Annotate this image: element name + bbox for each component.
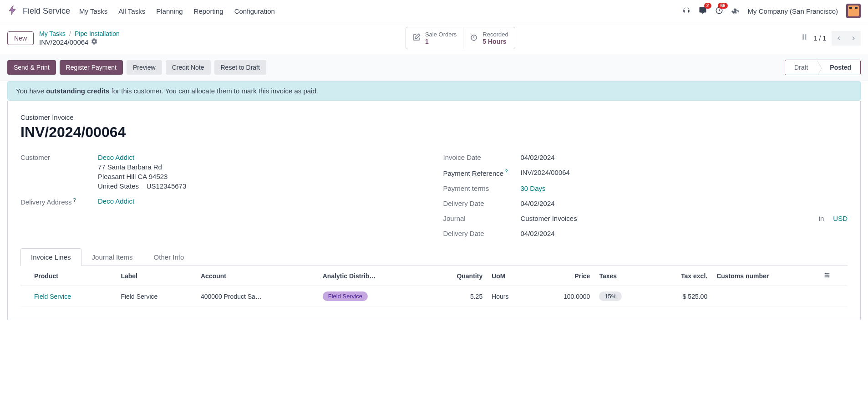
fields-right: Invoice Date 04/02/2024 Payment Referenc…	[443, 153, 848, 237]
th-taxes[interactable]: Taxes	[594, 266, 650, 286]
status-draft[interactable]: Draft	[785, 60, 817, 75]
user-avatar[interactable]	[846, 4, 861, 18]
cell-customs[interactable]	[712, 286, 819, 307]
invoice-date-label: Invoice Date	[443, 153, 512, 161]
journal-label: Journal	[443, 215, 512, 222]
status-posted[interactable]: Posted	[817, 60, 860, 75]
send-print-button[interactable]: Send & Print	[7, 60, 56, 75]
stat-sale-orders-label: Sale Orders	[425, 31, 457, 38]
customer-link[interactable]: Deco Addict	[98, 153, 134, 161]
tab-invoice-lines[interactable]: Invoice Lines	[20, 248, 81, 266]
journal-currency[interactable]: USD	[833, 215, 848, 222]
cell-price[interactable]: 100.0000	[533, 286, 594, 307]
register-payment-button[interactable]: Register Payment	[60, 60, 123, 75]
th-quantity[interactable]: Quantity	[426, 266, 487, 286]
cell-quantity[interactable]: 5.25	[426, 286, 487, 307]
top-navbar: Field Service My Tasks All Tasks Plannin…	[0, 0, 868, 22]
gear-icon[interactable]	[91, 38, 97, 46]
customer-label: Customer	[20, 153, 89, 161]
help-icon[interactable]: ?	[503, 169, 508, 174]
journal-value: Customer Invoices	[521, 215, 810, 222]
th-account[interactable]: Account	[196, 266, 318, 286]
app-logo[interactable]: Field Service	[7, 5, 70, 18]
invoice-date-value: 04/02/2024	[521, 153, 848, 161]
alert-prefix: You have	[16, 87, 46, 95]
customer-value: Deco Addict 77 Santa Barbara Rd Pleasant…	[98, 153, 425, 190]
clock-badge: 66	[718, 3, 727, 9]
alert-outstanding-credits[interactable]: You have outstanding credits for this cu…	[7, 81, 861, 101]
address-street: 77 Santa Barbara Rd	[98, 163, 425, 171]
payment-terms-link[interactable]: 30 Days	[521, 184, 546, 192]
nav-reporting[interactable]: Reporting	[194, 7, 223, 15]
pager-area: 1 / 1	[801, 31, 861, 46]
invoice-lines-table: Product Label Account Analytic Distrib… …	[20, 266, 848, 307]
stat-recorded-label: Recorded	[482, 31, 508, 38]
th-price[interactable]: Price	[533, 266, 594, 286]
tab-other-info[interactable]: Other Info	[143, 248, 195, 266]
cell-product[interactable]: Field Service	[34, 293, 71, 300]
notebook-tabs: Invoice Lines Journal Items Other Info	[20, 248, 848, 266]
app-name: Field Service	[23, 6, 70, 16]
clock-icon[interactable]: 66	[715, 6, 723, 16]
nav-planning[interactable]: Planning	[156, 7, 183, 15]
breadcrumb-sep: /	[69, 30, 71, 37]
pager-next[interactable]	[846, 31, 861, 46]
action-bar: Send & Print Register Payment Preview Cr…	[0, 54, 868, 81]
chat-badge: 2	[704, 3, 711, 9]
stat-recorded[interactable]: Recorded 5 Hours	[463, 27, 514, 49]
preview-button[interactable]: Preview	[127, 60, 162, 75]
doc-type-label: Customer Invoice	[20, 113, 848, 121]
payment-terms-label: Payment terms	[443, 184, 512, 192]
credit-note-button[interactable]: Credit Note	[166, 60, 211, 75]
cell-taxes-tag[interactable]: 15%	[599, 291, 622, 301]
th-product[interactable]: Product	[20, 266, 116, 286]
delivery-date2-label: Delivery Date	[443, 230, 512, 237]
fields-left: Customer Deco Addict 77 Santa Barbara Rd…	[20, 153, 425, 237]
fields-grid: Customer Deco Addict 77 Santa Barbara Rd…	[20, 153, 848, 237]
stat-sale-orders[interactable]: Sale Orders 1	[406, 27, 463, 49]
reset-draft-button[interactable]: Reset to Draft	[214, 60, 266, 75]
delivery-address-link[interactable]: Deco Addict	[98, 197, 134, 205]
th-settings[interactable]	[819, 266, 848, 286]
tools-icon[interactable]	[731, 6, 740, 16]
th-customs[interactable]: Customs number	[712, 266, 819, 286]
th-tax-excl[interactable]: Tax excl.	[650, 266, 712, 286]
nav-configuration[interactable]: Configuration	[234, 7, 275, 15]
nav-links: My Tasks All Tasks Planning Reporting Co…	[79, 7, 275, 15]
address-city: Pleasant Hill CA 94523	[98, 173, 425, 180]
status-indicator: Draft Posted	[785, 60, 861, 75]
pager-text: 1 / 1	[814, 35, 826, 42]
table-row[interactable]: Field Service Field Service 400000 Produ…	[20, 286, 848, 307]
pager-prev[interactable]	[832, 31, 846, 46]
help-icon[interactable]: ?	[72, 197, 76, 203]
doc-number: INV/2024/00064	[20, 124, 848, 141]
breadcrumb-pipe-installation[interactable]: Pipe Installation	[75, 30, 120, 37]
cell-tax-excl: $ 525.00	[650, 286, 712, 307]
chat-icon[interactable]: 2	[699, 6, 707, 16]
new-button[interactable]: New	[7, 31, 34, 45]
cell-analytic-tag[interactable]: Field Service	[323, 291, 368, 301]
company-selector[interactable]: My Company (San Francisco)	[748, 7, 838, 15]
th-analytic[interactable]: Analytic Distrib…	[318, 266, 426, 286]
headset-icon[interactable]	[682, 6, 690, 16]
breadcrumb-my-tasks[interactable]: My Tasks	[39, 30, 66, 37]
payment-ref-value[interactable]: INV/2024/00064	[521, 169, 848, 176]
nav-my-tasks[interactable]: My Tasks	[79, 7, 107, 15]
tab-journal-items[interactable]: Journal Items	[81, 248, 143, 266]
address-country: United States – US12345673	[98, 182, 425, 190]
th-label[interactable]: Label	[116, 266, 196, 286]
table-header-row: Product Label Account Analytic Distrib… …	[20, 266, 848, 286]
nav-all-tasks[interactable]: All Tasks	[118, 7, 145, 15]
edit-icon	[412, 33, 421, 43]
cell-label[interactable]: Field Service	[116, 286, 196, 307]
form-sheet: Customer Invoice INV/2024/00064 Customer…	[7, 101, 861, 320]
bookmark-icon[interactable]	[801, 33, 808, 43]
delivery-date2-value: 04/02/2024	[521, 230, 848, 237]
breadcrumb-current: INV/2024/00064	[39, 38, 88, 46]
stat-sale-orders-value: 1	[425, 38, 457, 45]
cell-account[interactable]: 400000 Product Sa…	[196, 286, 318, 307]
timer-icon	[470, 33, 478, 43]
cell-uom[interactable]: Hours	[487, 286, 533, 307]
th-uom[interactable]: UoM	[487, 266, 533, 286]
alert-suffix: for this customer. You can allocate them…	[109, 87, 318, 95]
